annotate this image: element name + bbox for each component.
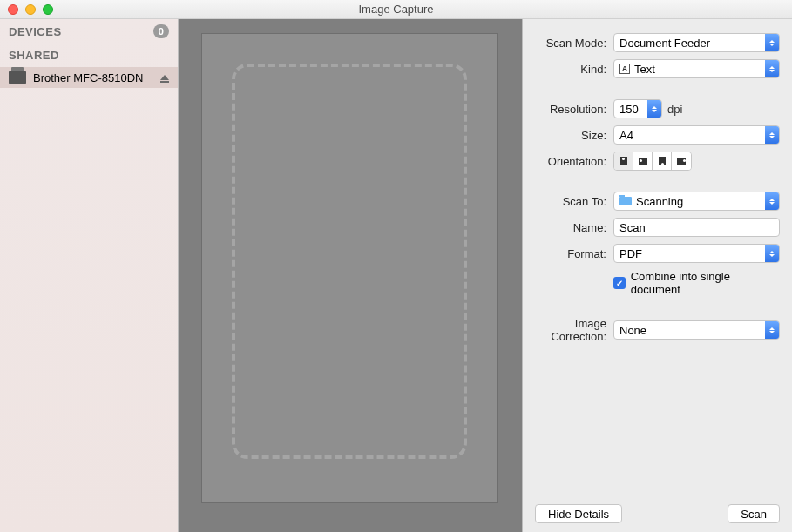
resolution-select[interactable]: 150 [613, 99, 662, 118]
chevron-updown-icon [765, 126, 779, 144]
preview-area [179, 19, 522, 532]
kind-value: Text [634, 63, 655, 76]
hide-details-button[interactable]: Hide Details [535, 504, 622, 523]
image-correction-select[interactable]: None [613, 320, 780, 340]
content: DEVICES 0 SHARED Brother MFC-8510DN Scan… [0, 19, 792, 532]
settings-panel: Scan Mode: Document Feeder Kind: AText [522, 19, 792, 532]
name-input[interactable] [613, 218, 780, 237]
printer-icon [9, 71, 26, 84]
format-value: PDF [614, 247, 765, 260]
scan-mode-value: Document Feeder [614, 37, 765, 50]
chevron-updown-icon [765, 192, 779, 210]
format-label: Format: [523, 247, 613, 260]
kind-select[interactable]: AText [613, 59, 780, 78]
format-select[interactable]: PDF [613, 244, 780, 263]
window-title: Image Capture [359, 3, 434, 16]
size-value: A4 [614, 129, 765, 142]
chevron-updown-icon [647, 100, 661, 118]
kind-label: Kind: [523, 63, 613, 76]
orientation-portrait-down[interactable] [653, 152, 672, 170]
image-correction-label: Image Correction: [523, 317, 613, 343]
sidebar-shared-header: SHARED [0, 44, 178, 67]
resolution-unit: dpi [667, 103, 682, 116]
preview-page[interactable] [201, 33, 498, 503]
sidebar: DEVICES 0 SHARED Brother MFC-8510DN [0, 19, 179, 532]
size-label: Size: [523, 129, 613, 142]
device-name: Brother MFC-8510DN [33, 71, 143, 84]
shared-label: SHARED [9, 49, 59, 62]
orientation-segmented [613, 152, 692, 171]
chevron-updown-icon [765, 60, 779, 77]
close-icon[interactable] [8, 4, 18, 15]
sidebar-item-device[interactable]: Brother MFC-8510DN [0, 67, 178, 88]
bottom-bar: Hide Details Scan [523, 495, 792, 532]
scan-to-value: Scanning [636, 195, 683, 208]
devices-label: DEVICES [9, 25, 62, 38]
scan-mode-label: Scan Mode: [523, 37, 613, 50]
image-correction-value: None [614, 324, 765, 337]
resolution-value: 150 [614, 103, 647, 116]
orientation-portrait-up[interactable] [614, 152, 633, 170]
window-controls [8, 4, 53, 15]
combine-label: Combine into single document [631, 270, 780, 296]
scan-mode-select[interactable]: Document Feeder [613, 33, 780, 52]
chevron-updown-icon [765, 34, 779, 51]
chevron-updown-icon [765, 245, 779, 262]
zoom-icon[interactable] [43, 4, 53, 15]
titlebar: Image Capture [0, 0, 792, 19]
sidebar-devices-header: DEVICES 0 [0, 19, 178, 44]
text-kind-icon: A [619, 64, 630, 74]
folder-icon [619, 197, 632, 205]
scan-to-select[interactable]: Scanning [613, 192, 780, 211]
minimize-icon[interactable] [25, 4, 36, 15]
devices-count-badge: 0 [153, 24, 169, 38]
name-label: Name: [523, 221, 613, 234]
orientation-label: Orientation: [523, 155, 613, 168]
selection-marquee[interactable] [232, 64, 467, 459]
scan-button[interactable]: Scan [728, 504, 780, 523]
resolution-label: Resolution: [523, 103, 613, 116]
combine-checkbox[interactable]: ✓ [613, 277, 626, 289]
size-select[interactable]: A4 [613, 125, 780, 145]
chevron-updown-icon [765, 321, 779, 339]
eject-icon[interactable] [160, 75, 169, 80]
orientation-landscape-right[interactable] [672, 152, 691, 170]
orientation-landscape-left[interactable] [633, 152, 653, 170]
scan-to-label: Scan To: [523, 195, 613, 208]
